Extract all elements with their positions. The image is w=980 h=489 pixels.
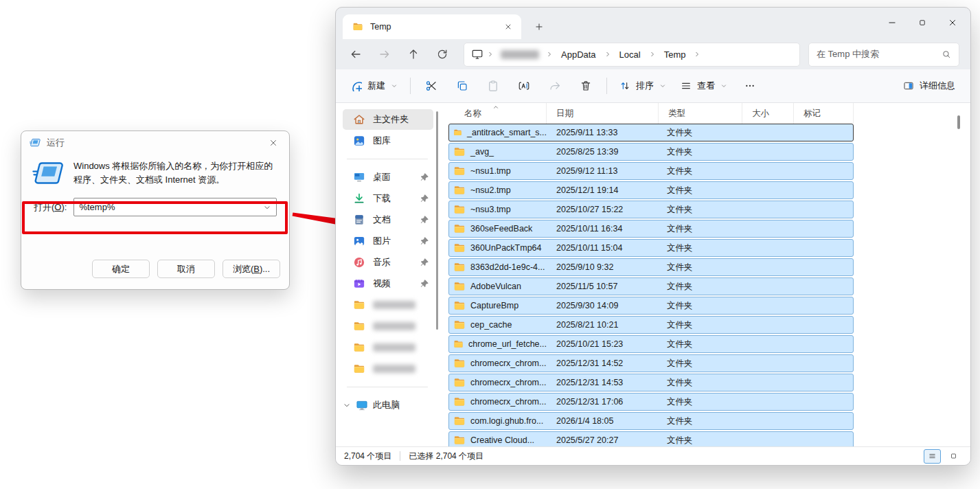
chevron-down-icon[interactable] xyxy=(263,203,271,212)
sidebar-item-download[interactable]: 下载 xyxy=(343,188,433,209)
breadcrumb[interactable]: AppData Local Temp xyxy=(464,43,800,67)
sidebar-scrollbar[interactable] xyxy=(436,111,438,330)
file-type: 文件夹 xyxy=(659,435,742,446)
open-input[interactable]: %temp% xyxy=(73,198,277,216)
sidebar-item-this-pc[interactable]: 此电脑 xyxy=(339,395,433,416)
file-row[interactable]: 360seFeedBack2025/10/11 16:34文件夹 xyxy=(448,220,854,238)
tab-temp[interactable]: Temp xyxy=(343,14,521,39)
breadcrumb-local[interactable]: Local xyxy=(615,48,646,61)
folder-icon xyxy=(353,299,365,311)
cut-button[interactable] xyxy=(416,73,446,98)
file-row[interactable]: 360UnPackTmp642025/10/11 15:04文件夹 xyxy=(448,239,854,257)
folder-icon xyxy=(453,415,466,427)
delete-button[interactable] xyxy=(571,73,601,98)
file-list-rows: _antitrack_smart_s...2025/9/11 13:33文件夹_… xyxy=(448,124,970,446)
sort-button[interactable]: 排序 xyxy=(613,73,673,98)
folder-icon xyxy=(453,338,464,350)
breadcrumb-appdata[interactable]: AppData xyxy=(556,48,601,61)
sidebar-item-label: 视频 xyxy=(373,277,391,290)
tab-close-button[interactable] xyxy=(501,19,516,34)
rename-button[interactable] xyxy=(509,73,539,98)
file-row[interactable]: _antitrack_smart_s...2025/9/11 13:33文件夹 xyxy=(448,124,854,141)
sidebar-item-label: 文档 xyxy=(373,214,391,226)
sidebar-item-label: 下载 xyxy=(373,192,391,205)
folder-icon xyxy=(453,146,466,158)
file-name: cep_cache xyxy=(470,320,512,330)
sidebar-item-folder[interactable] xyxy=(343,337,433,358)
column-header-size[interactable]: 大小 xyxy=(742,103,794,124)
sidebar-item-document[interactable]: 文档 xyxy=(343,209,433,230)
column-header-date[interactable]: 日期 xyxy=(547,103,659,124)
file-date: 2025/9/11 13:33 xyxy=(547,128,659,137)
view-button[interactable]: 查看 xyxy=(674,73,734,98)
cancel-button[interactable]: 取消 xyxy=(157,260,215,278)
column-header-tags[interactable]: 标记 xyxy=(794,103,854,124)
file-name: _avg_ xyxy=(470,147,494,157)
refresh-button[interactable] xyxy=(428,43,457,66)
breadcrumb-temp[interactable]: Temp xyxy=(659,48,691,61)
breadcrumb-user-redacted[interactable] xyxy=(501,50,539,59)
file-row[interactable]: Creative Cloud...2025/5/27 20:27文件夹 xyxy=(448,431,854,446)
file-type: 文件夹 xyxy=(659,223,742,235)
sidebar-item-gallery[interactable]: 图库 xyxy=(343,130,433,151)
file-row[interactable]: _avg_2025/8/25 13:39文件夹 xyxy=(448,143,854,161)
search-input[interactable]: 在 Temp 中搜索 xyxy=(808,43,959,67)
close-button[interactable] xyxy=(937,10,968,35)
file-type: 文件夹 xyxy=(659,166,742,177)
forward-button[interactable] xyxy=(370,43,399,66)
details-pane-button[interactable]: 详细信息 xyxy=(896,73,962,98)
file-type: 文件夹 xyxy=(659,339,742,350)
file-row[interactable]: CaptureBmp2025/9/30 14:09文件夹 xyxy=(448,297,854,315)
file-row[interactable]: chromecrx_chrom...2025/12/31 14:52文件夹 xyxy=(448,354,854,372)
file-row[interactable]: chrome_url_fetche...2025/10/21 15:23文件夹 xyxy=(448,335,854,353)
chevron-down-icon xyxy=(391,82,398,89)
more-options-button[interactable] xyxy=(735,73,765,98)
sidebar-item-folder[interactable] xyxy=(343,359,433,379)
sidebar-item-home[interactable]: 主文件夹 xyxy=(343,109,433,130)
file-row[interactable]: cep_cache2025/8/21 10:21文件夹 xyxy=(448,316,854,334)
details-view-toggle[interactable] xyxy=(924,449,941,464)
ok-button[interactable]: 确定 xyxy=(92,260,150,278)
list-scrollbar-thumb[interactable] xyxy=(957,115,960,129)
redacted-folder-label xyxy=(373,343,415,352)
open-label: 打开(O): xyxy=(34,201,67,214)
large-icons-view-toggle[interactable] xyxy=(945,449,962,464)
minimize-button[interactable] xyxy=(877,10,907,35)
sidebar-item-picture[interactable]: 图片 xyxy=(343,231,433,251)
run-close-button[interactable] xyxy=(266,135,281,150)
file-type: 文件夹 xyxy=(659,377,742,389)
file-date: 2025/10/21 15:23 xyxy=(547,339,659,349)
maximize-button[interactable] xyxy=(907,10,937,35)
paste-button[interactable] xyxy=(478,73,508,98)
chevron-down-icon[interactable] xyxy=(343,401,351,409)
search-icon xyxy=(942,49,951,59)
browse-button[interactable]: 浏览(B)... xyxy=(223,260,280,278)
sidebar-item-desktop[interactable]: 桌面 xyxy=(343,167,433,187)
up-button[interactable] xyxy=(399,43,428,66)
sidebar-item-folder[interactable] xyxy=(343,295,433,315)
file-row[interactable]: chromecrx_chrom...2025/12/31 14:53文件夹 xyxy=(448,374,854,391)
sidebar-item-folder[interactable] xyxy=(343,316,433,337)
sidebar-item-music[interactable]: 音乐 xyxy=(343,252,433,273)
items-count: 2,704 个项目 xyxy=(344,451,391,462)
new-tab-button[interactable] xyxy=(528,16,550,38)
file-row[interactable]: ~nsu1.tmp2025/9/12 11:13文件夹 xyxy=(448,162,854,180)
copy-button[interactable] xyxy=(447,73,477,98)
share-button[interactable] xyxy=(540,73,570,98)
file-name: chromecrx_chrom... xyxy=(470,378,546,387)
file-row[interactable]: ~nsu3.tmp2025/10/27 15:22文件夹 xyxy=(448,201,854,218)
back-button[interactable] xyxy=(341,43,370,66)
run-icon xyxy=(30,137,41,148)
new-button[interactable]: 新建 xyxy=(344,73,404,98)
this-pc-icon[interactable] xyxy=(471,48,483,60)
file-row[interactable]: com.logi.ghub.fro...2026/1/4 18:05文件夹 xyxy=(448,412,854,430)
column-header-type[interactable]: 类型 xyxy=(659,103,742,124)
sidebar-item-label: 音乐 xyxy=(373,256,391,269)
address-bar: AppData Local Temp 在 Temp 中搜索 xyxy=(336,39,970,69)
column-header-name[interactable]: 名称 xyxy=(448,103,547,124)
file-row[interactable]: chromecrx_chrom...2025/12/31 17:06文件夹 xyxy=(448,393,854,411)
file-row[interactable]: AdobeVulcan2025/11/5 10:57文件夹 xyxy=(448,277,854,295)
file-row[interactable]: ~nsu2.tmp2025/12/1 19:14文件夹 xyxy=(448,181,854,199)
sidebar-item-video[interactable]: 视频 xyxy=(343,273,433,294)
file-row[interactable]: 8363d2dd-1e9c-4...2025/9/10 9:32文件夹 xyxy=(448,258,854,276)
